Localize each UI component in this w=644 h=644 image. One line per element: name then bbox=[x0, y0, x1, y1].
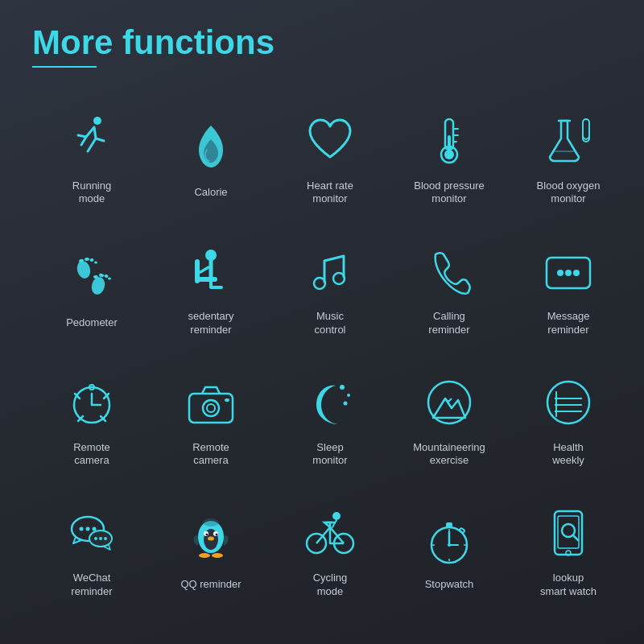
alarm-icon bbox=[60, 370, 124, 435]
music-icon bbox=[298, 239, 362, 303]
message-label: Messagereminder bbox=[547, 310, 590, 337]
feature-running-mode: Runningmode bbox=[32, 92, 151, 223]
wechat-label: WeChatreminder bbox=[71, 572, 112, 599]
message-icon bbox=[536, 239, 601, 303]
calling-label: Callingreminder bbox=[428, 310, 469, 337]
page: More functions Runningmode bbox=[0, 0, 644, 644]
feature-sedentary: sedentaryreminder bbox=[151, 223, 270, 354]
svg-point-51 bbox=[93, 527, 97, 531]
svg-point-36 bbox=[203, 400, 219, 416]
svg-point-10 bbox=[75, 260, 92, 280]
svg-rect-35 bbox=[189, 394, 233, 423]
music-label: Musiccontrol bbox=[314, 310, 345, 337]
moon-icon bbox=[298, 370, 362, 435]
svg-point-40 bbox=[347, 394, 350, 397]
feature-music: Musiccontrol bbox=[270, 223, 390, 354]
svg-point-4 bbox=[444, 150, 454, 159]
lookup-icon bbox=[536, 501, 601, 565]
svg-point-18 bbox=[104, 275, 109, 279]
title-section: More functions bbox=[32, 24, 628, 68]
svg-point-54 bbox=[99, 537, 102, 540]
feature-pedometer: Pedometer bbox=[32, 223, 151, 354]
mountaineering-label: Mountaineeringexercise bbox=[413, 441, 485, 469]
feature-blood-pressure: Blood pressuremonitor bbox=[390, 92, 509, 223]
stopwatch-label: Stopwatch bbox=[425, 578, 474, 592]
svg-point-63 bbox=[199, 553, 210, 558]
svg-rect-21 bbox=[195, 277, 217, 282]
main-title: More functions bbox=[32, 24, 628, 61]
calorie-label: Calorie bbox=[194, 186, 227, 200]
svg-point-28 bbox=[573, 270, 580, 276]
flask-icon bbox=[536, 109, 601, 173]
feature-wechat: WeChatreminder bbox=[32, 485, 151, 616]
svg-point-43 bbox=[547, 382, 589, 423]
pedometer-label: Pedometer bbox=[66, 316, 118, 330]
qq-label: QQ reminder bbox=[180, 578, 241, 592]
svg-point-37 bbox=[207, 404, 215, 412]
feature-lookup: lookupsmart watch bbox=[509, 485, 628, 616]
svg-point-17 bbox=[99, 274, 105, 278]
calorie-icon bbox=[179, 115, 243, 180]
feature-blood-oxygen: Blood oxygenmonitor bbox=[509, 92, 628, 223]
running-label: Runningmode bbox=[72, 180, 111, 207]
svg-point-50 bbox=[86, 527, 90, 531]
title-underline bbox=[32, 66, 97, 68]
feature-calorie: Calorie bbox=[151, 92, 270, 223]
feature-calling: Callingreminder bbox=[390, 223, 509, 354]
sleep-label: Sleepmonitor bbox=[312, 441, 347, 469]
feature-qq: QQ reminder bbox=[151, 485, 270, 616]
feature-mountaineering: Mountaineeringexercise bbox=[390, 353, 509, 485]
svg-point-60 bbox=[206, 534, 208, 536]
svg-point-62 bbox=[208, 537, 214, 541]
svg-rect-38 bbox=[225, 398, 229, 402]
svg-rect-72 bbox=[446, 522, 452, 527]
feature-health: Healthweekly bbox=[509, 353, 628, 485]
sedentary-label: sedentaryreminder bbox=[188, 310, 233, 337]
feature-stopwatch: Stopwatch bbox=[390, 485, 509, 616]
svg-point-23 bbox=[314, 278, 325, 289]
feature-cycling: Cyclingmode bbox=[270, 485, 390, 616]
feature-heart-rate: Heart ratemonitor bbox=[270, 92, 390, 223]
cycling-icon bbox=[298, 501, 362, 565]
thermometer-icon bbox=[417, 109, 481, 173]
feature-camera: Remotecamera bbox=[151, 353, 270, 485]
feature-sleep: Sleepmonitor bbox=[270, 353, 390, 485]
svg-point-15 bbox=[89, 276, 106, 296]
svg-point-12 bbox=[85, 258, 90, 262]
lookup-label: lookupsmart watch bbox=[540, 572, 597, 599]
svg-point-13 bbox=[89, 258, 93, 262]
alarm-label: Remotecamera bbox=[73, 441, 110, 469]
svg-point-76 bbox=[448, 543, 451, 547]
svg-point-19 bbox=[108, 278, 111, 280]
svg-point-70 bbox=[332, 512, 341, 520]
camera-icon bbox=[179, 370, 243, 435]
health-icon bbox=[536, 370, 601, 435]
blood-pressure-label: Blood pressuremonitor bbox=[414, 180, 484, 207]
svg-point-14 bbox=[94, 262, 97, 264]
svg-rect-73 bbox=[459, 528, 464, 534]
feature-alarm: Remotecamera bbox=[32, 353, 151, 485]
svg-line-84 bbox=[573, 535, 578, 540]
features-grid: Runningmode Calorie Heart ratemonitor bbox=[32, 92, 628, 615]
svg-point-61 bbox=[216, 534, 218, 536]
health-label: Healthweekly bbox=[552, 441, 584, 469]
running-icon bbox=[60, 109, 124, 173]
svg-point-49 bbox=[80, 527, 84, 531]
svg-point-27 bbox=[565, 270, 572, 276]
wechat-icon bbox=[60, 501, 124, 565]
svg-point-65 bbox=[203, 518, 219, 526]
svg-point-55 bbox=[104, 537, 107, 540]
qq-icon bbox=[179, 507, 243, 572]
svg-point-24 bbox=[333, 273, 345, 284]
heart-icon bbox=[298, 109, 362, 173]
cycling-label: Cyclingmode bbox=[313, 572, 348, 599]
phone-icon bbox=[417, 239, 481, 303]
svg-point-39 bbox=[340, 385, 345, 390]
svg-point-53 bbox=[94, 537, 97, 540]
svg-point-64 bbox=[212, 553, 223, 558]
svg-rect-82 bbox=[558, 516, 579, 548]
footprints-icon bbox=[60, 246, 124, 310]
mountain-icon bbox=[417, 370, 481, 435]
sitting-icon bbox=[179, 239, 243, 303]
svg-point-41 bbox=[344, 401, 348, 405]
